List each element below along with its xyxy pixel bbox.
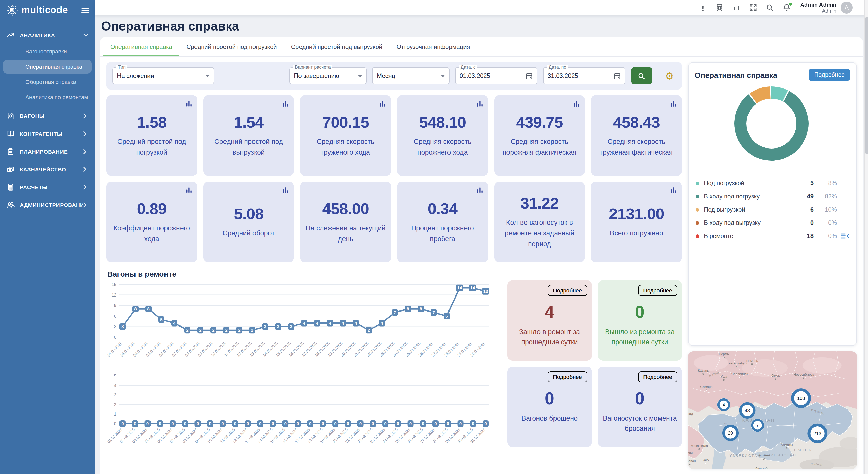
- svg-text:13: 13: [483, 289, 488, 294]
- scrollbar-thumb[interactable]: [865, 17, 868, 154]
- status-card[interactable]: Подробнее0Вагоносуток с момента бросания: [598, 367, 682, 447]
- svg-text:0: 0: [347, 421, 349, 426]
- kpi-card[interactable]: 458.00На слежении на текущий день: [300, 182, 391, 262]
- kpi-card[interactable]: 1.54Средний простой под выгрузкой: [203, 95, 294, 176]
- alert-icon[interactable]: !: [699, 3, 707, 12]
- svg-text:0: 0: [397, 421, 399, 426]
- kpi-card[interactable]: 0.89Коэффицент порожнего хода: [106, 182, 197, 262]
- filter-period-select[interactable]: Месяц: [372, 67, 450, 84]
- kpi-card[interactable]: 700.15Средняя скорость груженого хода: [300, 95, 391, 176]
- right-column: Оперативная справка Подробнее Под погруз…: [688, 62, 857, 469]
- svg-text:2: 2: [238, 328, 240, 333]
- svg-text:Баку: Баку: [702, 458, 709, 462]
- legend-row[interactable]: Под выгрузкой610%: [694, 203, 850, 216]
- status-card[interactable]: Подробнее4Зашло в ремонт за прошедшие су…: [507, 280, 592, 361]
- sidebar-section-администрирование[interactable]: АДМИНИСТРИРОВАНИЕ: [0, 196, 95, 213]
- sidebar-group-analytics[interactable]: АНАЛИТИКА: [0, 26, 95, 43]
- kpi-card[interactable]: 5.08Средний оборот: [203, 182, 294, 262]
- kpi-card[interactable]: 2131.00Всего погружено: [591, 182, 682, 262]
- map-marker[interactable]: 43: [739, 402, 755, 419]
- svg-text:7: 7: [432, 310, 435, 315]
- bar-chart-icon: [671, 186, 677, 195]
- search-button[interactable]: [631, 67, 652, 84]
- kpi-card[interactable]: 31.22Кол-во вагоносуток в ремонте на зад…: [494, 182, 585, 262]
- filter-date-to-input[interactable]: Дата, по 31.03.2025: [543, 67, 625, 84]
- svg-text:4: 4: [329, 321, 331, 326]
- chevron-down-icon: [358, 75, 362, 77]
- sidebar-section-вагоны[interactable]: ВАГОНЫ: [0, 107, 95, 124]
- details-button[interactable]: Подробнее: [548, 285, 587, 296]
- calendar-icon[interactable]: [613, 72, 621, 80]
- sidebar-nav: АНАЛИТИКАВагоноотправкиОперативная справ…: [0, 26, 95, 213]
- repairs-block: 0369121538854222222333444442478876141413…: [106, 280, 682, 454]
- sidebar-item-оперативная-справка[interactable]: Оперативная справка: [3, 60, 92, 74]
- map-marker[interactable]: 213: [808, 424, 827, 443]
- svg-text:0: 0: [147, 421, 149, 426]
- sidebar-section-планирование[interactable]: ПЛАНИРОВАНИЕ: [0, 143, 95, 160]
- tab-1[interactable]: Оперативная справка: [103, 37, 179, 56]
- tab-2[interactable]: Средний простой под погрузкой: [179, 37, 284, 56]
- legend-value: 5: [796, 180, 814, 187]
- legend-list-icon[interactable]: [837, 233, 849, 239]
- sidebar-toggle-icon[interactable]: [81, 7, 90, 13]
- svg-text:0: 0: [447, 421, 449, 426]
- kpi-value: 0.34: [428, 200, 457, 218]
- kpi-card[interactable]: 439.75Средняя скорость порожняя фактичес…: [494, 95, 585, 176]
- details-button[interactable]: Подробнее: [809, 69, 850, 81]
- user-name: Admin Admin: [800, 2, 836, 8]
- train-icon[interactable]: [715, 3, 724, 12]
- filter-date-to-label: Дата, по: [547, 65, 568, 70]
- filter-calc-variant-select[interactable]: Вариант расчета По завершению: [289, 67, 367, 84]
- legend-row[interactable]: В ходу под погрузку4982%: [694, 190, 850, 203]
- fullscreen-icon[interactable]: [749, 3, 758, 12]
- legend-row[interactable]: В ходу под выгрузку00%: [694, 216, 850, 229]
- details-button[interactable]: Подробнее: [638, 371, 677, 382]
- avatar[interactable]: A: [841, 2, 853, 14]
- filter-type-select[interactable]: Тип На слежении: [113, 67, 214, 84]
- svg-text:Ташкент: Ташкент: [757, 453, 770, 457]
- sidebar-item-вагоноотправки[interactable]: Вагоноотправки: [3, 44, 92, 58]
- calendar-icon[interactable]: [525, 72, 533, 80]
- kpi-value: 700.15: [322, 113, 369, 131]
- tab-4[interactable]: Отгрузочная информация: [390, 37, 477, 56]
- map-marker[interactable]: 7: [751, 419, 764, 432]
- filter-date-from-input[interactable]: Дата, с 01.03.2025: [455, 67, 537, 84]
- map-marker[interactable]: 108: [791, 388, 810, 408]
- map-marker[interactable]: 29: [722, 425, 739, 441]
- kpi-card[interactable]: 0.34Процент порожнего пробега: [397, 182, 488, 262]
- user-block[interactable]: Admin Admin Admin A: [800, 2, 853, 14]
- legend-percent: 82%: [814, 193, 837, 200]
- sidebar-item-оборотная-справка[interactable]: Оборотная справка: [3, 75, 92, 89]
- svg-text:Волгоград: Волгоград: [688, 412, 693, 416]
- scrollbar[interactable]: [864, 0, 868, 474]
- text-size-icon[interactable]: тT: [732, 3, 741, 12]
- sidebar-item-аналитика-по-ремонтам[interactable]: Аналитика по ремонтам: [3, 90, 92, 104]
- kpi-value: 458.43: [613, 113, 660, 131]
- status-card[interactable]: Подробнее0Вышло из ремонта за прошедшие …: [598, 280, 682, 361]
- kpi-label: Всего погружено: [610, 228, 663, 239]
- legend-value: 0: [796, 219, 814, 226]
- legend-row[interactable]: Под погрузкой58%: [694, 176, 850, 190]
- kpi-card[interactable]: 548.10Средняя скорость порожнего хода: [397, 95, 488, 176]
- map-marker[interactable]: 4: [717, 398, 731, 411]
- notifications-icon[interactable]: [782, 3, 791, 12]
- map-card[interactable]: р. Камар. Уралр. Иртышр. ТаримКАЗАХСТАНУ…: [688, 351, 857, 469]
- status-card[interactable]: Подробнее0Вагонов брошено: [507, 367, 592, 447]
- legend-label: В ремонте: [704, 232, 796, 240]
- gear-icon[interactable]: ⚙: [665, 71, 674, 81]
- search-icon[interactable]: [766, 3, 774, 12]
- sidebar-section-контрагенты[interactable]: КОНТРАГЕНТЫ: [0, 125, 95, 142]
- kpi-value: 1.54: [234, 113, 264, 131]
- details-button[interactable]: Подробнее: [638, 285, 677, 296]
- wagons-map[interactable]: р. Камар. Уралр. Иртышр. ТаримКАЗАХСТАНУ…: [688, 351, 857, 469]
- legend-percent: 0%: [814, 232, 837, 240]
- sidebar-section-казначейство[interactable]: КАЗНАЧЕЙСТВО: [0, 161, 95, 177]
- kpi-card[interactable]: 1.58Средний простой под погрузкой: [106, 95, 197, 176]
- tab-3[interactable]: Средний простой под выгрузкой: [284, 37, 390, 56]
- kpi-card[interactable]: 458.43Средняя скорость груженая фактичес…: [591, 95, 682, 176]
- svg-text:0: 0: [359, 421, 362, 426]
- sidebar-section-расчеты[interactable]: РАСЧЕТЫ: [0, 179, 95, 195]
- legend-row[interactable]: В ремонте180%: [694, 229, 850, 243]
- kpi-label: Средний простой под выгрузкой: [208, 137, 289, 158]
- details-button[interactable]: Подробнее: [548, 371, 587, 382]
